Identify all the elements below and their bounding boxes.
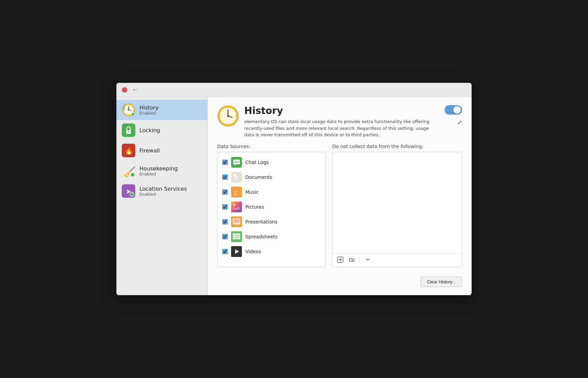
sidebar-item-firewall-label: Firewall (139, 147, 160, 154)
source-item-documents[interactable]: Documents (219, 170, 324, 185)
svg-text:♪: ♪ (234, 188, 238, 196)
svg-point-26 (234, 161, 235, 163)
chat-logs-icon (231, 157, 242, 168)
sidebar-item-history[interactable]: History Enabled (116, 100, 207, 120)
videos-label: Videos (245, 249, 261, 254)
titlebar: × ← (116, 83, 472, 97)
locking-icon (122, 123, 135, 137)
sidebar-item-location-text: Location Services Enabled (139, 186, 187, 197)
svg-point-36 (233, 204, 235, 206)
svg-text:🔥: 🔥 (124, 146, 134, 155)
documents-icon (231, 172, 242, 183)
toolbar-divider (360, 258, 360, 263)
sidebar-item-housekeeping-text: Housekeeping Enabled (139, 165, 178, 176)
spreadsheets-label: Spreadsheets (245, 234, 277, 239)
sidebar-item-housekeeping[interactable]: 🧹 Housekeeping Enabled (116, 161, 207, 181)
content-area: History Enabled Locking (116, 97, 472, 295)
sidebar-item-locking[interactable]: Locking (116, 120, 207, 140)
presentations-icon (231, 216, 242, 227)
location-icon: ➤ (122, 184, 135, 198)
svg-point-4 (128, 109, 129, 111)
main-header-text: History elementary OS can store local us… (244, 105, 439, 138)
documents-checkbox[interactable] (222, 174, 228, 180)
svg-point-11 (131, 173, 135, 177)
presentations-label: Presentations (245, 219, 277, 225)
close-button[interactable]: × (122, 87, 127, 93)
main-header: History elementary OS can store local us… (217, 105, 462, 138)
source-item-music[interactable]: ♪ Music (219, 185, 324, 199)
pictures-icon (231, 202, 242, 212)
sidebar-item-location-sublabel: Enabled (139, 192, 187, 197)
sidebar-item-locking-label: Locking (139, 127, 160, 134)
bottom-bar: Clear History... (217, 273, 462, 287)
history-toggle[interactable] (445, 105, 462, 115)
main-title: History (244, 105, 439, 116)
firewall-icon: 🔥 (122, 144, 135, 157)
sidebar-item-housekeeping-label: Housekeeping (139, 165, 178, 172)
svg-point-28 (238, 161, 239, 163)
data-sources-row: Data Sources: (217, 144, 462, 267)
music-label: Music (245, 189, 259, 195)
sidebar-item-firewall-text: Firewall (139, 147, 160, 154)
music-checkbox[interactable] (222, 189, 228, 195)
back-button[interactable]: ← (132, 86, 138, 93)
add-folder-button[interactable] (347, 256, 356, 265)
sidebar-item-location-services[interactable]: ➤ Location Services Enabled (116, 181, 207, 201)
svg-point-7 (128, 131, 129, 133)
music-icon: ♪ (231, 187, 242, 197)
exclude-box (332, 152, 462, 267)
spreadsheets-icon (231, 231, 242, 242)
sources-box: Chat Logs (217, 152, 325, 267)
spreadsheets-checkbox[interactable] (222, 234, 228, 239)
exclude-col: Do not collect data from the following: (332, 144, 462, 267)
svg-rect-42 (233, 233, 240, 239)
source-item-chat-logs[interactable]: Chat Logs (219, 155, 324, 170)
sidebar-item-firewall[interactable]: 🔥 Firewall (116, 140, 207, 161)
sidebar-item-history-sublabel: Enabled (139, 111, 159, 116)
main-panel: History elementary OS can store local us… (208, 97, 472, 295)
exclude-label: Do not collect data from the following: (332, 144, 462, 149)
main-description: elementary OS can store local usage data… (244, 118, 439, 138)
pictures-label: Pictures (245, 204, 264, 210)
main-history-icon (217, 105, 239, 127)
svg-rect-39 (234, 219, 239, 223)
source-item-presentations[interactable]: Presentations (219, 214, 324, 229)
sidebar-item-location-label: Location Services (139, 186, 187, 192)
sidebar-item-history-text: History Enabled (139, 104, 159, 116)
svg-rect-35 (231, 202, 242, 212)
data-sources-col: Data Sources: (217, 144, 325, 267)
data-sources-label: Data Sources: (217, 144, 325, 149)
chat-logs-label: Chat Logs (245, 160, 269, 165)
documents-label: Documents (245, 174, 272, 180)
clear-history-button[interactable]: Clear History... (421, 277, 462, 287)
expand-button[interactable]: ⤢ (457, 119, 462, 126)
sidebar: History Enabled Locking (116, 97, 208, 295)
presentations-checkbox[interactable] (222, 219, 228, 225)
source-item-spreadsheets[interactable]: Spreadsheets (219, 229, 324, 244)
svg-point-27 (236, 161, 237, 163)
history-icon (122, 103, 135, 117)
exclude-toolbar (333, 254, 462, 267)
sidebar-item-history-label: History (139, 104, 159, 111)
remove-button[interactable] (363, 256, 372, 265)
svg-rect-40 (233, 224, 240, 225)
svg-point-14 (130, 192, 134, 196)
source-item-pictures[interactable]: Pictures (219, 199, 324, 214)
videos-checkbox[interactable] (222, 249, 228, 254)
main-window: × ← (116, 83, 472, 295)
exclude-list-area (333, 152, 462, 254)
chat-logs-checkbox[interactable] (222, 160, 228, 165)
source-item-videos[interactable]: Videos (219, 244, 324, 259)
add-app-button[interactable] (336, 256, 345, 265)
housekeeping-icon: 🧹 (122, 164, 135, 178)
pictures-checkbox[interactable] (222, 204, 228, 210)
sidebar-item-locking-text: Locking (139, 127, 160, 134)
videos-icon (231, 246, 242, 257)
svg-point-19 (227, 115, 229, 117)
sidebar-item-housekeeping-sublabel: Enabled (139, 172, 178, 176)
